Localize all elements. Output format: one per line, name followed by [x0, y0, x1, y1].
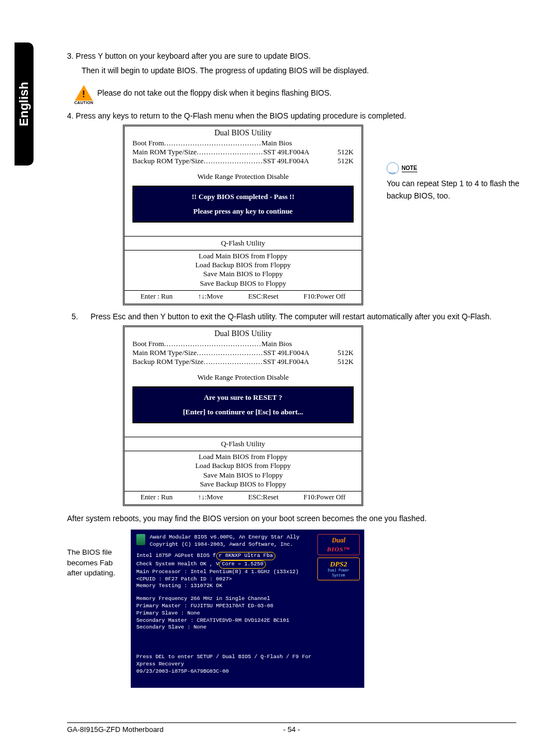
bios1-footer-move: ↑↓:Move [198, 292, 223, 301]
boot-l13: 09/23/2003-i875P-6A79BG03C-00 [136, 668, 359, 675]
bios1-footer-f10: F10:Power Off [303, 292, 345, 301]
step3-line1: 3. Press Y button on your keyboard after… [67, 50, 516, 62]
boot-l11: Press DEL to enter SETUP / Dual BIOS / Q… [136, 654, 359, 661]
bios1-menu: Load Main BIOS from Floppy Load Backup B… [125, 252, 361, 290]
boot-l2b: Core = 1.5250 [222, 561, 263, 567]
boot-screen: Dual BIOS™ DPS2 Dual Power System Award … [131, 530, 364, 687]
bios1-bootfrom-row: Boot From ..............................… [132, 139, 354, 148]
bios2-footer-esc: ESC:Reset [248, 493, 278, 502]
step5-text: Press Esc and then Y button to exit the … [91, 311, 492, 322]
bios2-popup-line1: Are you sure to RESET ? [137, 393, 349, 402]
bios2-backuprom-val: SST 49LF004A [263, 357, 309, 366]
dots: ........................................… [164, 339, 261, 348]
dots: ............................ [197, 348, 263, 357]
award-logo-icon [136, 534, 145, 545]
footer-left: GA-8I915G-ZFD Motherboard [67, 725, 164, 734]
bios2-menu-item: Save Main BIOS to Floppy [125, 471, 361, 480]
boot-screenshot-wrap: The BIOS file becomes Fab after updating… [67, 530, 516, 687]
boot-l12: Xpress Recovery [136, 661, 359, 668]
bios2-wide: Wide Range Protection Disable [125, 373, 361, 382]
bios2-footer-f10: F10:Power Off [303, 493, 345, 502]
bios2-bootfrom-label: Boot From [132, 339, 164, 348]
dots: ........................................… [164, 139, 261, 148]
bios2-title: Dual BIOS Utility [125, 327, 361, 339]
bios1-popup-line2: Please press any key to continue [137, 207, 349, 216]
bios1-menu-item: Load Main BIOS from Floppy [125, 252, 361, 261]
language-tab-label: English [17, 82, 31, 126]
bios-utility-box-2: Dual BIOS Utility Boot From ............… [123, 325, 363, 506]
bios1-menu-item: Save Backup BIOS to Floppy [125, 279, 361, 288]
boot-logos: Dual BIOS™ DPS2 Dual Power System [317, 534, 360, 580]
bios2-mainrom-val: SST 49LF004A [263, 348, 309, 357]
caution-block: CAUTION Please do not take out the flopp… [74, 81, 516, 105]
page-footer: GA-8I915G-ZFD Motherboard - 54 - [67, 722, 516, 734]
bios2-hidden-sub [125, 428, 361, 436]
bios2-menu-item: Load Main BIOS from Floppy [125, 452, 361, 461]
bios2-bootfrom-val: Main Bios [261, 339, 292, 348]
dual-bios-logo: Dual BIOS™ [317, 534, 360, 555]
boot-hdr2: Copyright (C) 1984-2003, Award Software,… [150, 541, 299, 549]
footer-page: - 54 - [283, 725, 300, 734]
bios2-bootfrom-row: Boot From ..............................… [132, 339, 354, 348]
boot-highlight-2: Core = 1.5250 [219, 560, 266, 569]
bios2-popup: Are you sure to RESET ? [Enter] to conti… [132, 386, 354, 423]
step3-line2: Then it will begin to update BIOS. The p… [82, 65, 516, 76]
bios1-footer-enter: Enter : Run [140, 292, 173, 301]
caution-label: CAUTION [74, 101, 93, 105]
bios1-backuprom-size: 512K [315, 157, 354, 166]
step4-text: 4. Press any keys to return to the Q-Fla… [67, 110, 516, 121]
boot-l9: Secondary Master : CREATIVEDVD-RM DVD124… [136, 617, 359, 625]
note-sidebar: NOTE You can repeat Step 1 to 4 to flash… [387, 162, 520, 202]
bios1-title: Dual BIOS Utility [125, 126, 361, 139]
bios2-menu-item: Save Backup BIOS to Floppy [125, 480, 361, 489]
page-content: 3. Press Y button on your keyboard after… [67, 0, 516, 688]
bios2-footer-enter: Enter : Run [140, 493, 173, 502]
bios1-wide: Wide Range Protection Disable [125, 172, 361, 181]
bios2-menu: Load Main BIOS from Floppy Load Backup B… [125, 452, 361, 491]
note-text: You can repeat Step 1 to 4 to flash the … [387, 179, 520, 200]
bios1-backuprom-label: Backup ROM Type/Size [132, 157, 203, 166]
bios1-menu-item: Load Backup BIOS from Floppy [125, 261, 361, 270]
bios-utility-box-1: Dual BIOS Utility Boot From ............… [123, 125, 363, 305]
note-label: NOTE [402, 165, 417, 172]
boot-block-2: Memory Frequency 266 MHz in Single Chann… [136, 596, 359, 631]
bios1-footer-esc: ESC:Reset [248, 292, 278, 301]
boot-l1a: Intel i875P AGPset BIOS f [136, 552, 216, 559]
bios1-mainrom-size: 512K [315, 148, 354, 157]
bios1-bootfrom-label: Boot From [132, 139, 164, 148]
dps-sub: Dual Power System [320, 569, 357, 579]
bios1-backuprom-row: Backup ROM Type/Size ...................… [132, 157, 354, 166]
bios2-backuprom-row: Backup ROM Type/Size ...................… [132, 357, 354, 366]
caution-icon: CAUTION [74, 81, 94, 105]
bios1-backuprom-val: SST 49LF004A [263, 157, 309, 166]
bios2-popup-line2: [Enter] to continure or [Esc] to abort..… [137, 408, 349, 417]
bios1-menu-item: Save Main BIOS to Floppy [125, 270, 361, 278]
bios1-mainrom-row: Main ROM Type/Size .....................… [132, 148, 354, 157]
bios2-backuprom-label: Backup ROM Type/Size [132, 357, 203, 366]
bios1-footer: Enter : Run ↑↓:Move ESC:Reset F10:Power … [125, 290, 361, 304]
bios1-mainrom-val: SST 49LF004A [263, 148, 309, 157]
bios1-hidden-sub [125, 227, 361, 235]
dual-logo-text: Dual [332, 536, 346, 544]
boot-l6: Memory Frequency 266 MHz in Single Chann… [136, 596, 359, 603]
dual-bios-text: BIOS™ [320, 545, 357, 554]
bios2-menu-item: Load Backup BIOS from Floppy [125, 461, 361, 470]
note-icon: NOTE [387, 162, 520, 174]
bios2-footer: Enter : Run ↑↓:Move ESC:Reset F10:Power … [125, 491, 361, 504]
boot-hdr1: Award Modular BIOS v6.00PG, An Energy St… [150, 534, 299, 541]
bios2-footer-move: ↑↓:Move [198, 493, 223, 502]
boot-l2a: Check System Health OK , V [136, 561, 219, 567]
boot-highlight-1: r 8KNXP Ultra Fba [216, 552, 276, 560]
dps-text: DPS2 [330, 560, 347, 568]
bios1-popup-line1: !! Copy BIOS completed - Pass !! [137, 192, 349, 201]
step5-num: 5. [72, 311, 80, 322]
after-reboot-text: After system reboots, you may find the B… [67, 513, 516, 524]
dots: ............................ [197, 148, 263, 157]
dots: ......................... [203, 157, 263, 166]
boot-l5: Memory Testing : 131072K OK [136, 583, 359, 590]
bios2-mainrom-label: Main ROM Type/Size [132, 348, 197, 357]
boot-block-3: Press DEL to enter SETUP / Dual BIOS / Q… [136, 654, 359, 675]
bios2-mainrom-size: 512K [315, 348, 354, 357]
dps-logo: DPS2 Dual Power System [317, 557, 360, 580]
bios2-mainrom-row: Main ROM Type/Size .....................… [132, 348, 354, 357]
